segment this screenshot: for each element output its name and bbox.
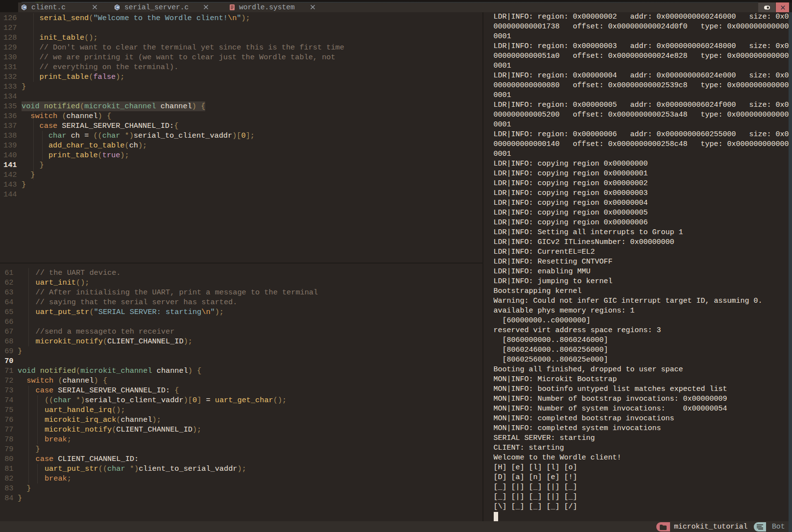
- svg-text:C: C: [22, 5, 25, 10]
- svg-text:C: C: [115, 5, 119, 10]
